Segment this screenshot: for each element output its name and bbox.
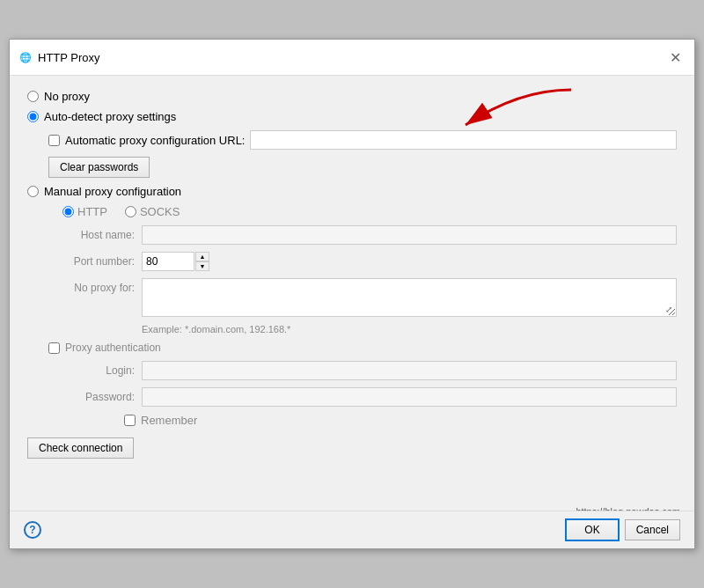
port-spinner: ▲ ▼ (142, 252, 209, 271)
manual-proxy-row: Manual proxy configuration (27, 185, 677, 198)
no-proxy-radio[interactable] (27, 91, 39, 102)
auto-proxy-config-row: Automatic proxy configuration URL: (27, 130, 677, 150)
port-spinner-controls: ▲ ▼ (195, 252, 209, 271)
auto-config-url-input[interactable] (250, 130, 677, 150)
proxy-auth-checkbox[interactable] (48, 342, 60, 354)
login-label: Login: (62, 364, 142, 377)
http-label[interactable]: HTTP (77, 205, 107, 218)
no-proxy-for-input[interactable] (142, 278, 677, 317)
clear-passwords-button[interactable]: Clear passwords (48, 157, 150, 178)
expand-icon[interactable]: ⤢ (663, 303, 675, 315)
no-proxy-for-label: No proxy for: (62, 278, 142, 294)
title-bar-left: 🌐 HTTP Proxy (18, 50, 100, 64)
login-row: Login: (27, 361, 677, 380)
dialog-icon: 🌐 (18, 50, 33, 64)
port-input[interactable] (142, 252, 194, 271)
port-number-label: Port number: (62, 255, 142, 268)
no-proxy-row: No proxy (27, 90, 677, 103)
dialog-title: HTTP Proxy (38, 51, 100, 64)
auto-config-checkbox[interactable] (48, 135, 60, 146)
example-text: Example: *.domain.com, 192.168.* (27, 324, 677, 334)
socks-radio[interactable] (125, 206, 136, 217)
clear-passwords-row: Clear passwords (27, 157, 677, 178)
port-number-row: Port number: ▲ ▼ (27, 252, 677, 271)
auto-detect-row: Auto-detect proxy settings (27, 110, 677, 123)
dialog-content: No proxy Auto-detect proxy settings Auto… (10, 76, 694, 480)
remember-label[interactable]: Remember (141, 414, 197, 427)
password-row: Password: (27, 387, 677, 407)
ok-button[interactable]: OK (565, 518, 619, 541)
no-proxy-for-input-container: ⤢ (142, 278, 677, 317)
auto-detect-label[interactable]: Auto-detect proxy settings (44, 110, 176, 123)
check-connection-button[interactable]: Check connection (27, 437, 134, 459)
manual-proxy-label[interactable]: Manual proxy configuration (44, 185, 181, 198)
port-up-button[interactable]: ▲ (195, 252, 209, 261)
password-label: Password: (62, 391, 142, 403)
auto-config-label[interactable]: Automatic proxy configuration URL: (65, 134, 245, 147)
title-bar: 🌐 HTTP Proxy ✕ (10, 40, 694, 76)
remember-row: Remember (27, 414, 677, 427)
host-name-input[interactable] (142, 225, 677, 245)
port-down-button[interactable]: ▼ (195, 261, 209, 271)
remember-checkbox[interactable] (124, 415, 136, 426)
manual-proxy-radio[interactable] (27, 186, 39, 197)
socks-label[interactable]: SOCKS (140, 205, 180, 218)
close-button[interactable]: ✕ (664, 47, 686, 68)
proxy-auth-label[interactable]: Proxy authentication (65, 342, 161, 354)
auto-detect-radio[interactable] (27, 111, 39, 122)
http-proxy-dialog: 🌐 HTTP Proxy ✕ No proxy Auto-detect prox… (9, 39, 695, 549)
no-proxy-for-row: No proxy for: ⤢ (27, 278, 677, 317)
host-name-row: Host name: (27, 225, 677, 245)
socks-option: SOCKS (125, 205, 180, 218)
no-proxy-label[interactable]: No proxy (44, 90, 90, 103)
http-socks-row: HTTP SOCKS (27, 205, 677, 218)
login-input[interactable] (142, 361, 677, 380)
http-option: HTTP (62, 205, 107, 218)
host-name-label: Host name: (62, 229, 142, 241)
bottom-bar: ? OK Cancel (10, 511, 694, 548)
proxy-auth-row: Proxy authentication (27, 342, 677, 354)
help-icon[interactable]: ? (24, 521, 41, 539)
bottom-buttons: OK Cancel (565, 518, 680, 541)
password-input[interactable] (142, 387, 677, 407)
cancel-button[interactable]: Cancel (625, 519, 680, 540)
http-radio[interactable] (62, 206, 74, 217)
check-connection-row: Check connection (27, 437, 677, 459)
